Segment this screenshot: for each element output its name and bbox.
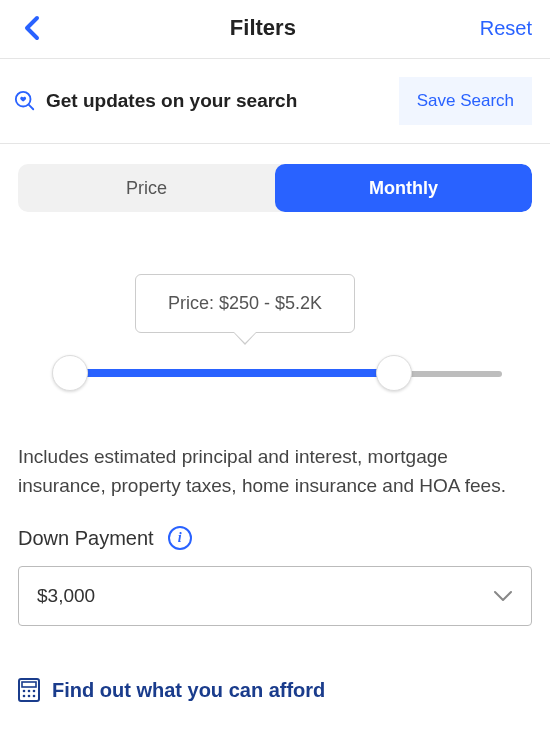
slider-fill: [80, 369, 390, 377]
slider-handle-max[interactable]: [376, 355, 412, 391]
page-title: Filters: [230, 15, 296, 41]
save-search-button[interactable]: Save Search: [399, 77, 532, 125]
svg-point-6: [23, 695, 26, 698]
affordability-link-label: Find out what you can afford: [52, 679, 325, 702]
svg-point-3: [23, 690, 26, 693]
price-monthly-toggle: Price Monthly: [18, 164, 532, 212]
reset-button[interactable]: Reset: [480, 17, 532, 40]
svg-point-5: [33, 690, 36, 693]
slider-handle-min[interactable]: [52, 355, 88, 391]
heart-search-icon: [14, 90, 36, 112]
calculator-icon: [18, 678, 40, 702]
svg-point-8: [33, 695, 36, 698]
chevron-left-icon: [23, 15, 41, 41]
svg-point-4: [28, 690, 31, 693]
save-search-prompt: Get updates on your search: [14, 90, 297, 112]
down-payment-value: $3,000: [37, 585, 95, 607]
save-search-label: Get updates on your search: [46, 90, 297, 112]
svg-point-7: [28, 695, 31, 698]
tab-price[interactable]: Price: [18, 164, 275, 212]
monthly-description: Includes estimated principal and interes…: [18, 443, 532, 500]
down-payment-label: Down Payment: [18, 527, 154, 550]
svg-rect-2: [22, 682, 36, 687]
price-range-slider[interactable]: [18, 355, 532, 395]
chevron-down-icon: [493, 589, 513, 603]
info-icon[interactable]: i: [168, 526, 192, 550]
back-button[interactable]: [18, 14, 46, 42]
slider-tooltip: Price: $250 - $5.2K: [135, 274, 355, 333]
down-payment-select[interactable]: $3,000: [18, 566, 532, 626]
tab-monthly[interactable]: Monthly: [275, 164, 532, 212]
affordability-link[interactable]: Find out what you can afford: [18, 678, 532, 702]
